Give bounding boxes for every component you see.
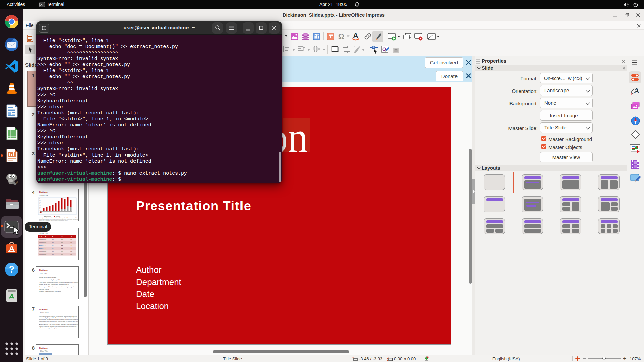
svg-text:XX: XX bbox=[61, 242, 63, 244]
svg-text:XX: XX bbox=[52, 250, 54, 252]
svg-text:XX: XX bbox=[61, 248, 63, 249]
svg-text:XXXXXXXX: XXXXXXXX bbox=[39, 245, 47, 246]
svg-text:Column A: Column A bbox=[39, 236, 46, 238]
svg-text:•Lorem ipsum dolor sit amet, c: •Lorem ipsum dolor sit amet, consectetue… bbox=[39, 286, 74, 288]
svg-text:XX: XX bbox=[52, 253, 54, 255]
svg-text:XX: XX bbox=[61, 253, 63, 255]
svg-text:Slide Title: Slide Title bbox=[40, 350, 48, 352]
svg-text:XX: XX bbox=[70, 253, 72, 255]
svg-text:XXXXXXXX: XXXXXXXX bbox=[39, 242, 47, 244]
svg-text:A: A bbox=[353, 32, 358, 40]
svg-text:•Lorem ipsum dolor sit amet: •Lorem ipsum dolor sit amet bbox=[39, 277, 57, 278]
svg-text:•Aenean commodo ligula eget do: •Aenean commodo ligula eget dolor bbox=[39, 291, 61, 292]
svg-text:•Aenean massa: •Aenean massa bbox=[39, 288, 49, 290]
svg-text:XXXXXXXX: XXXXXXXX bbox=[39, 248, 47, 249]
svg-text:B: B bbox=[52, 236, 53, 238]
svg-text:XX: XX bbox=[61, 239, 63, 241]
svg-text:Ω: Ω bbox=[338, 32, 344, 40]
svg-text:XX: XX bbox=[52, 239, 54, 241]
svg-text:pellentesque eu, pretium quis,: pellentesque eu, pretium quis, sem. bbox=[39, 327, 60, 329]
svg-text:XX: XX bbox=[52, 242, 54, 244]
svg-text:Dickinson: Dickinson bbox=[39, 347, 48, 349]
svg-text:XXXXXXXX: XXXXXXXX bbox=[39, 253, 47, 255]
svg-text:Dickinson: Dickinson bbox=[39, 191, 48, 193]
svg-text:Donec quam felis, ultricies ne: Donec quam felis, ultricies nec, pellent… bbox=[39, 320, 78, 322]
svg-text:XX: XX bbox=[70, 245, 72, 246]
svg-text:XXXXXXXX: XXXXXXXX bbox=[39, 239, 47, 241]
svg-text:XX: XX bbox=[52, 248, 54, 249]
svg-text:XX: XX bbox=[70, 239, 72, 241]
svg-text:XX: XX bbox=[61, 250, 63, 252]
svg-text:•Cum sociis natoque penatibus: •Cum sociis natoque penatibus et magnis … bbox=[39, 281, 78, 283]
svg-text:•Aenean commodo ligula eget do: •Aenean commodo ligula eget dolor bbox=[39, 279, 61, 281]
svg-text:?: ? bbox=[9, 264, 15, 275]
svg-text:XX: XX bbox=[70, 250, 72, 252]
svg-text:XXXXXXXX: XXXXXXXX bbox=[39, 250, 47, 252]
svg-text:Dickinson: Dickinson bbox=[39, 308, 48, 310]
svg-text:Dickinson: Dickinson bbox=[39, 269, 48, 271]
svg-text:GraphTitle: GraphTitle bbox=[39, 194, 48, 196]
svg-text:Slide Title: Slide Title bbox=[40, 312, 49, 314]
svg-text:XX: XX bbox=[70, 242, 72, 244]
svg-text:C: C bbox=[61, 236, 62, 238]
svg-text:lobortis nisl ut aliquip ex ea: lobortis nisl ut aliquip ex ea commodo c… bbox=[39, 220, 68, 221]
svg-text:XX: XX bbox=[52, 245, 54, 246]
svg-text:XX: XX bbox=[70, 248, 72, 249]
svg-text:List Title: List Title bbox=[40, 273, 48, 275]
svg-text:D: D bbox=[71, 236, 72, 238]
svg-text:XX: XX bbox=[61, 245, 63, 246]
svg-text:•Donec quam felis, ultricies n: •Donec quam felis, ultricies nec, pellen… bbox=[39, 284, 69, 285]
svg-text:Chart Title: Chart Title bbox=[39, 233, 48, 235]
